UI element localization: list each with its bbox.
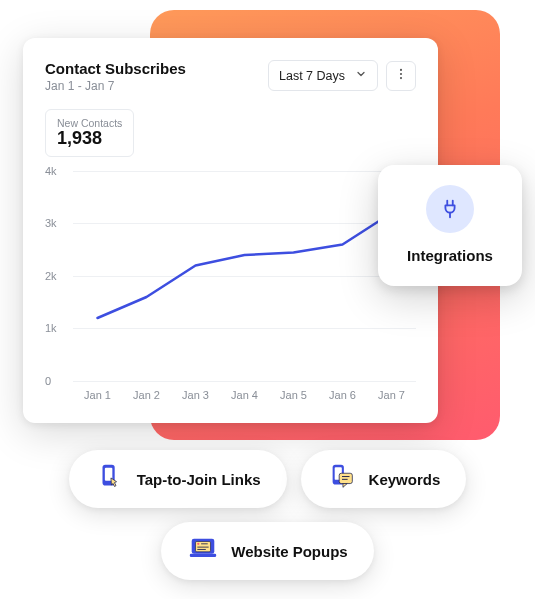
x-tick-label: Jan 4 <box>220 389 269 401</box>
y-tick-label: 4k <box>45 165 57 177</box>
x-tick-label: Jan 6 <box>318 389 367 401</box>
pill-label: Website Popups <box>231 543 347 560</box>
svg-rect-11 <box>190 554 216 557</box>
y-tick-label: 1k <box>45 322 57 334</box>
card-date-range: Jan 1 - Jan 7 <box>45 79 186 93</box>
chevron-down-icon <box>355 68 367 83</box>
laptop-popup-icon <box>187 534 219 568</box>
integrations-card[interactable]: Integrations <box>378 165 522 286</box>
new-contacts-stat: New Contacts 1,938 <box>45 109 134 157</box>
pill-website-popups[interactable]: Website Popups <box>161 522 373 580</box>
phone-chat-icon <box>327 462 357 496</box>
svg-point-13 <box>197 543 199 545</box>
phone-tap-icon <box>95 462 125 496</box>
y-tick-label: 0 <box>45 375 51 387</box>
chart-line <box>73 171 416 381</box>
integrations-label: Integrations <box>394 247 506 264</box>
pill-tap-to-join[interactable]: Tap-to-Join Links <box>69 450 287 508</box>
plug-icon <box>426 185 474 233</box>
svg-point-1 <box>400 72 402 74</box>
more-vertical-icon <box>394 67 408 85</box>
subscribes-card: Contact Subscribes Jan 1 - Jan 7 Last 7 … <box>23 38 438 423</box>
gridline <box>73 381 416 382</box>
svg-point-2 <box>400 77 402 79</box>
pill-keywords[interactable]: Keywords <box>301 450 467 508</box>
pill-label: Keywords <box>369 471 441 488</box>
y-tick-label: 3k <box>45 217 57 229</box>
x-tick-label: Jan 3 <box>171 389 220 401</box>
stat-value: 1,938 <box>57 129 122 149</box>
svg-point-0 <box>400 68 402 70</box>
pill-label: Tap-to-Join Links <box>137 471 261 488</box>
card-title: Contact Subscribes <box>45 60 186 77</box>
y-tick-label: 2k <box>45 270 57 282</box>
line-chart: 01k2k3k4kJan 1Jan 2Jan 3Jan 4Jan 5Jan 6J… <box>45 171 416 401</box>
more-button[interactable] <box>386 61 416 91</box>
x-tick-label: Jan 2 <box>122 389 171 401</box>
x-tick-label: Jan 1 <box>73 389 122 401</box>
dropdown-label: Last 7 Days <box>279 69 345 83</box>
x-axis-labels: Jan 1Jan 2Jan 3Jan 4Jan 5Jan 6Jan 7 <box>73 389 416 401</box>
svg-rect-7 <box>339 473 352 483</box>
date-range-dropdown[interactable]: Last 7 Days <box>268 60 378 91</box>
x-tick-label: Jan 7 <box>367 389 416 401</box>
x-tick-label: Jan 5 <box>269 389 318 401</box>
